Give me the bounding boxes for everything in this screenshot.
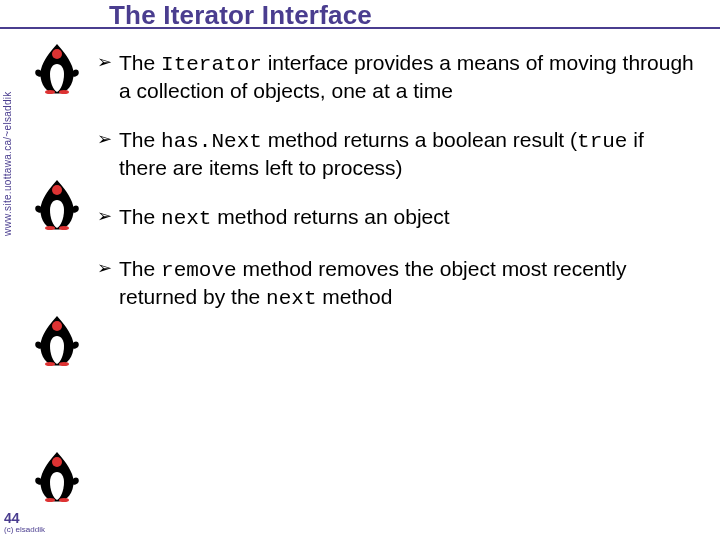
bullet-item: The Iterator interface provides a means …	[97, 50, 697, 103]
duke-mascot-icon	[32, 314, 82, 366]
svg-point-6	[52, 321, 62, 331]
bullet-item: The next method returns an object	[97, 204, 697, 232]
bullet-text: The	[119, 51, 161, 74]
side-url-text: www.site.uottawa.ca/~elsaddik	[2, 36, 20, 236]
code-text: Iterator	[161, 53, 262, 76]
bullet-text: The	[119, 128, 161, 151]
duke-mascot-icon	[32, 178, 82, 230]
svg-point-7	[45, 362, 55, 366]
code-text: has.Next	[161, 130, 262, 153]
bullet-text: method returns an object	[211, 205, 449, 228]
svg-point-5	[59, 226, 69, 230]
copyright-text: (c) elsaddik	[4, 526, 45, 534]
bullet-text: method	[317, 285, 393, 308]
content-area: The Iterator interface provides a means …	[97, 50, 697, 335]
footer: 44 (c) elsaddik	[4, 511, 45, 534]
slide: The Iterator Interface www.site.uottawa.…	[0, 0, 720, 540]
slide-title: The Iterator Interface	[109, 0, 372, 31]
bullet-text: method returns a boolean result (	[262, 128, 577, 151]
svg-point-11	[59, 498, 69, 502]
svg-point-0	[52, 49, 62, 59]
code-text: remove	[161, 259, 237, 282]
bullet-item: The has.Next method returns a boolean re…	[97, 127, 697, 180]
svg-point-10	[45, 498, 55, 502]
page-number: 44	[4, 511, 45, 525]
code-text: next	[266, 287, 316, 310]
bullet-text: The	[119, 257, 161, 280]
svg-point-9	[52, 457, 62, 467]
svg-point-2	[59, 90, 69, 94]
svg-point-1	[45, 90, 55, 94]
svg-point-4	[45, 226, 55, 230]
code-text: true	[577, 130, 627, 153]
duke-mascot-icon	[32, 450, 82, 502]
bullet-item: The remove method removes the object mos…	[97, 256, 697, 311]
svg-point-3	[52, 185, 62, 195]
code-text: next	[161, 207, 211, 230]
bullet-text: The	[119, 205, 161, 228]
duke-mascot-icon	[32, 42, 82, 94]
svg-point-8	[59, 362, 69, 366]
